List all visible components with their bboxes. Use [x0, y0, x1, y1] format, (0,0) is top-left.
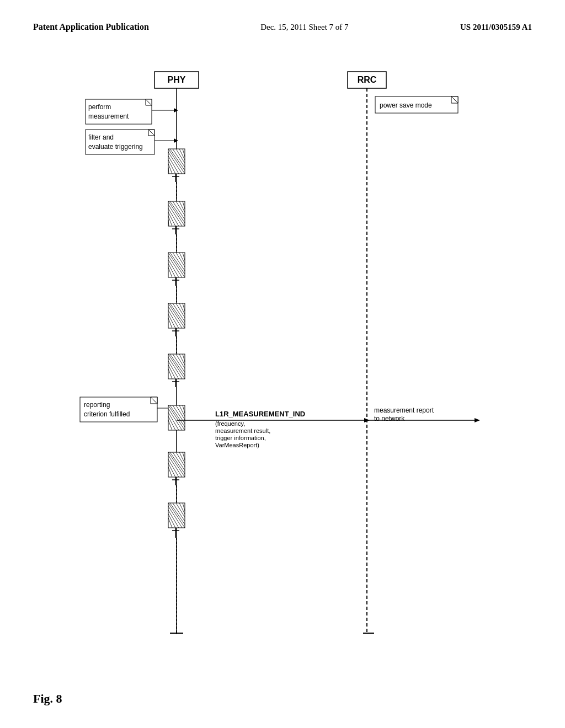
filter-evaluate-label2: evaluate triggering [88, 143, 143, 151]
rrc-label: RRC [358, 75, 377, 84]
l1r-message-label: L1R_MEASUREMENT_IND [215, 410, 305, 418]
reporting-criterion-label: reporting [84, 401, 110, 409]
l1r-params-line3: trigger information, [215, 435, 266, 441]
figure-label: Fig. 8 [33, 692, 62, 706]
phy-label: PHY [168, 75, 186, 84]
measurement-report-label: measurement report [374, 406, 434, 414]
l1r-params-line4: VarMeasReport) [215, 442, 259, 448]
l1r-params-line2: measurement result, [215, 427, 270, 434]
l1r-params-line1: (frequency, [215, 420, 245, 427]
perform-measurement-label2: measurement [88, 113, 129, 120]
publication-number: US 2011/0305159 A1 [460, 23, 532, 32]
publication-title: Patent Application Publication [33, 22, 149, 32]
perform-measurement-label: perform [88, 103, 111, 111]
svg-marker-11 [174, 138, 178, 143]
page-header: Patent Application Publication Dec. 15, … [0, 22, 565, 32]
reporting-criterion-label2: criterion fulfilled [84, 410, 130, 418]
power-save-mode-label: power save mode [380, 101, 432, 109]
filter-evaluate-label: filter and [88, 133, 114, 141]
publication-date: Dec. 15, 2011 Sheet 7 of 7 [260, 23, 348, 32]
measurement-report-label2: to network [374, 415, 405, 422]
svg-marker-103 [475, 418, 480, 422]
diagram-svg: PHY RRC perform measurement filter and e… [28, 55, 535, 689]
svg-marker-7 [174, 108, 178, 113]
